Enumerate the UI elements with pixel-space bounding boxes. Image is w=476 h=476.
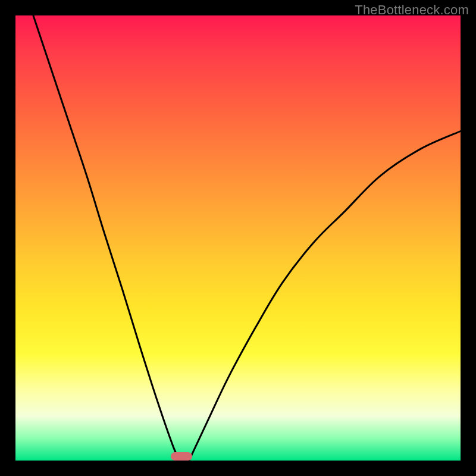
- chart-frame: [15, 15, 461, 461]
- watermark-text: TheBottleneck.com: [355, 2, 469, 18]
- curve-right-branch: [189, 131, 461, 461]
- bottleneck-curve: [15, 15, 461, 461]
- curve-left-branch: [33, 15, 180, 461]
- optimal-marker: [171, 452, 192, 461]
